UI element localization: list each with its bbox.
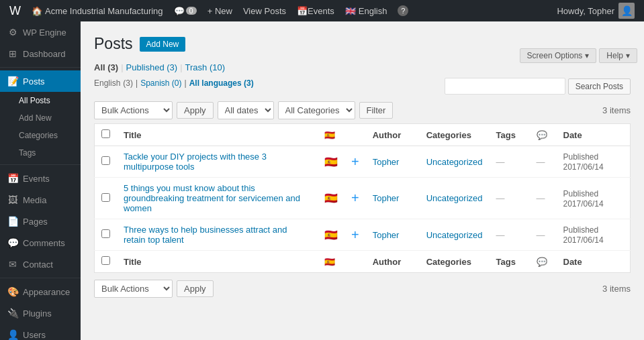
categories-select[interactable]: All Categories bbox=[278, 101, 355, 119]
header-flag: 🇪🇸 bbox=[318, 124, 344, 146]
row-checkbox-1[interactable] bbox=[101, 193, 110, 202]
sidebar-item-media[interactable]: 🖼 Media bbox=[0, 189, 81, 211]
footer-author[interactable]: Author bbox=[366, 251, 420, 273]
tab-trash[interactable]: Trash (10) bbox=[185, 62, 225, 72]
row-author-2: Topher bbox=[366, 219, 420, 251]
table-footer-row: Title 🇪🇸 Author Categories Tags bbox=[95, 251, 631, 273]
row-title-2: Three ways to help businesses attract an… bbox=[117, 219, 318, 251]
header-comments: 💬 bbox=[530, 124, 557, 146]
row-translate-1[interactable]: + bbox=[344, 178, 366, 219]
bulk-apply-button[interactable]: Apply bbox=[177, 102, 214, 119]
page-title: Posts bbox=[94, 35, 133, 53]
help-label: Help bbox=[606, 51, 623, 60]
sidebar-item-contact[interactable]: ✉ Contact bbox=[0, 253, 81, 275]
wp-logo[interactable]: W bbox=[4, 0, 26, 21]
sidebar-item-plugins[interactable]: 🔌 Plugins bbox=[0, 302, 81, 324]
header-title[interactable]: Title bbox=[117, 124, 318, 146]
post-title-link-0[interactable]: Tackle your DIY projects with these 3 mu… bbox=[124, 152, 267, 172]
footer-bulk-actions-select[interactable]: Bulk Actions Edit Move to Trash bbox=[94, 280, 173, 298]
users-icon: 👤 bbox=[7, 329, 19, 340]
tab-published[interactable]: Published (3) bbox=[126, 62, 178, 72]
footer-comments: 💬 bbox=[530, 251, 557, 273]
sidebar-item-posts[interactable]: 📝 Posts bbox=[0, 70, 81, 92]
view-posts-bar[interactable]: View Posts bbox=[238, 0, 291, 21]
header-categories[interactable]: Categories bbox=[420, 124, 490, 146]
footer-apply-button[interactable]: Apply bbox=[177, 280, 214, 297]
author-link-2[interactable]: Topher bbox=[373, 230, 400, 240]
footer-tags-label: Tags bbox=[496, 257, 516, 267]
footer-date[interactable]: Date bbox=[557, 251, 631, 273]
row-cb-0 bbox=[95, 146, 118, 178]
sidebar-subitem-add-new[interactable]: Add New bbox=[0, 109, 81, 127]
sidebar-item-appearance[interactable]: 🎨 Appearance bbox=[0, 281, 81, 302]
sidebar-item-wp-engine[interactable]: ⚙ WP Engine bbox=[0, 21, 81, 43]
row-category-0: Uncategorized bbox=[420, 146, 490, 178]
footer-select-all-checkbox[interactable] bbox=[101, 256, 110, 265]
row-tags-1: — bbox=[490, 178, 530, 219]
home-icon: 🏠 bbox=[32, 6, 42, 16]
category-link-0[interactable]: Uncategorized bbox=[426, 157, 483, 167]
sidebar-label-events: Events bbox=[23, 174, 50, 184]
comments-dash-0: — bbox=[537, 157, 545, 167]
screen-options-button[interactable]: Screen Options ▾ bbox=[520, 48, 597, 63]
header-date[interactable]: Date bbox=[557, 124, 631, 146]
sidebar-subitem-categories[interactable]: Categories bbox=[0, 127, 81, 144]
help-button[interactable]: Help ▾ bbox=[599, 48, 637, 63]
howdy-bar[interactable]: Howdy, Topher 👤 bbox=[551, 0, 640, 21]
new-post-bar[interactable]: + New bbox=[202, 0, 238, 21]
footer-title[interactable]: Title bbox=[117, 251, 318, 273]
row-checkbox-0[interactable] bbox=[101, 156, 110, 165]
search-button[interactable]: Search Posts bbox=[568, 78, 631, 95]
sidebar-subitem-all-posts[interactable]: All Posts bbox=[0, 92, 81, 109]
search-input[interactable] bbox=[445, 78, 565, 95]
sidebar-item-users[interactable]: 👤 Users bbox=[0, 324, 81, 340]
row-flag-0: 🇪🇸 bbox=[318, 146, 344, 178]
all-posts-label: All Posts bbox=[19, 96, 50, 105]
category-link-1[interactable]: Uncategorized bbox=[426, 193, 483, 203]
tab-all[interactable]: All (3) bbox=[94, 62, 118, 72]
sidebar-item-comments[interactable]: 💬 Comments bbox=[0, 232, 81, 253]
sidebar-subitem-tags[interactable]: Tags bbox=[0, 144, 81, 162]
language-bar[interactable]: 🇬🇧 English bbox=[340, 0, 393, 21]
events-bar[interactable]: 📅 Events bbox=[291, 0, 340, 21]
filter-button[interactable]: Filter bbox=[359, 102, 394, 119]
header-tags[interactable]: Tags bbox=[490, 124, 530, 146]
category-link-2[interactable]: Uncategorized bbox=[426, 230, 483, 240]
row-checkbox-2[interactable] bbox=[101, 229, 110, 238]
row-author-1: Topher bbox=[366, 178, 420, 219]
dates-select[interactable]: All dates bbox=[218, 101, 274, 119]
apply-label: Apply bbox=[184, 105, 206, 115]
header-author[interactable]: Author bbox=[366, 124, 420, 146]
sidebar-item-events[interactable]: 📅 Events bbox=[0, 168, 81, 189]
sidebar-label-media: Media bbox=[23, 195, 46, 205]
tags-column-label: Tags bbox=[496, 130, 516, 140]
top-toolbar: Bulk Actions Edit Move to Trash Apply Al… bbox=[94, 101, 631, 119]
sidebar-item-dashboard[interactable]: ⊞ Dashboard bbox=[0, 43, 81, 64]
footer-comments-icon: 💬 bbox=[537, 257, 547, 267]
lang-sep-2: | bbox=[185, 78, 187, 88]
sidebar-label-contact: Contact bbox=[23, 260, 53, 270]
select-all-checkbox[interactable] bbox=[101, 129, 110, 138]
footer-categories[interactable]: Categories bbox=[420, 251, 490, 273]
row-flag-icon-2: 🇪🇸 bbox=[324, 229, 338, 241]
view-posts-label: View Posts bbox=[243, 6, 286, 16]
add-new-button[interactable]: Add New bbox=[140, 37, 186, 52]
site-name-bar[interactable]: 🏠 Acme Industrial Manufacturing bbox=[26, 0, 169, 21]
post-title-link-2[interactable]: Three ways to help businesses attract an… bbox=[124, 225, 287, 245]
post-title-link-1[interactable]: 5 things you must know about this ground… bbox=[124, 183, 300, 213]
help-bar-icon[interactable]: ? bbox=[392, 0, 414, 21]
lang-all-link[interactable]: All languages (3) bbox=[189, 78, 254, 88]
footer-tags[interactable]: Tags bbox=[490, 251, 530, 273]
question-icon: ? bbox=[398, 5, 408, 16]
comments-bar-item[interactable]: 💬 0 bbox=[169, 0, 202, 21]
lang-spanish-link[interactable]: Spanish (0) bbox=[140, 78, 181, 88]
bulk-actions-select[interactable]: Bulk Actions Edit Move to Trash bbox=[94, 101, 173, 119]
sidebar-item-pages[interactable]: 📄 Pages bbox=[0, 211, 81, 232]
row-comments-2: — bbox=[530, 219, 557, 251]
author-link-1[interactable]: Topher bbox=[373, 193, 400, 203]
row-translate-0[interactable]: + bbox=[344, 146, 366, 178]
row-translate-2[interactable]: + bbox=[344, 219, 366, 251]
language-filter-bar: English (3) | Spanish (0) | All language… bbox=[94, 78, 254, 88]
comments-bar-count: 0 bbox=[186, 7, 197, 15]
author-link-0[interactable]: Topher bbox=[373, 157, 400, 167]
